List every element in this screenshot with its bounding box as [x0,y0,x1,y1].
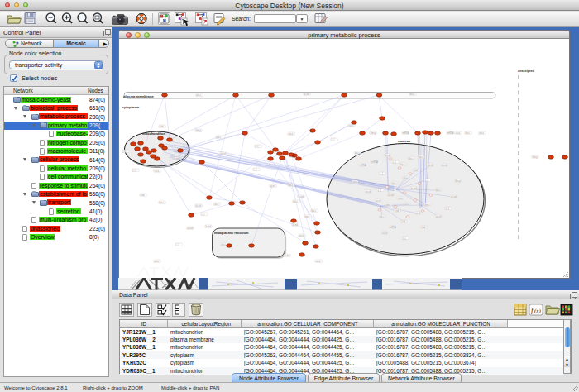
svg-text:mRNA: mRNA [390,226,396,229]
svg-text:lo-ind: lo-ind [174,157,179,160]
svg-text:lo-ind: lo-ind [411,187,417,190]
svg-text:[...]: [...] [202,213,205,216]
svg-text:[...]: [...] [254,168,257,171]
svg-text:Gm-p: Gm-p [196,129,202,132]
svg-text:t-lnd: t-lnd [401,220,406,223]
svg-text:bio-s: bio-s [380,215,385,218]
svg-text:ox-rd: ox-rd [376,199,380,203]
svg-text:mRNA: mRNA [371,160,378,164]
svg-text:nucleus: nucleus [398,139,411,143]
svg-text:Gm-p: Gm-p [385,154,390,157]
svg-text:ati-nd: ati-nd [442,164,447,167]
svg-text:[...]: [...] [256,145,259,148]
svg-text:bio-s: bio-s [294,200,299,203]
svg-text:mitochondrion: mitochondrion [142,131,166,136]
svg-text:pro-c: pro-c [197,93,203,97]
svg-text:pro-c: pro-c [222,243,227,246]
svg-text:cat-a: cat-a [456,131,461,135]
svg-text:bio-s: bio-s [436,189,441,192]
svg-text:lo-ind: lo-ind [304,93,310,96]
svg-text:pro-c: pro-c [217,136,223,139]
svg-text:plasma membrane: plasma membrane [123,94,154,98]
svg-text:cat-a: cat-a [316,260,321,263]
svg-text:bio-s: bio-s [419,155,423,159]
svg-text:[...]: [...] [378,189,381,192]
svg-text:[...]: [...] [176,243,179,246]
svg-text:t-lnd: t-lnd [141,194,146,197]
svg-text:cat-a: cat-a [404,203,409,206]
svg-text:ox-rd: ox-rd [382,232,387,235]
svg-text:cat-a: cat-a [289,132,294,136]
svg-text:cat-a: cat-a [155,170,160,173]
svg-text:pro-c: pro-c [425,203,431,207]
svg-text:cat-a: cat-a [214,203,219,206]
svg-text:[...]: [...] [123,150,127,153]
svg-text:lo-ind: lo-ind [196,204,202,208]
svg-text:bio-s: bio-s [400,163,405,166]
svg-text:cat-a: cat-a [349,124,354,127]
svg-text:mRNA: mRNA [447,131,454,135]
svg-text:ati-nd: ati-nd [221,152,227,155]
svg-text:cat-a: cat-a [403,176,408,179]
svg-text:bio-s: bio-s [289,184,294,187]
svg-text:[...]: [...] [133,169,136,172]
svg-text:pro-c: pro-c [155,260,160,263]
svg-text:Gm-p: Gm-p [455,179,461,183]
svg-text:ati-nd: ati-nd [428,164,433,167]
svg-text:mRNA: mRNA [360,164,366,167]
svg-text:[...]: [...] [446,207,449,210]
svg-text:t-lnd: t-lnd [395,209,400,213]
svg-text:lo-ind: lo-ind [299,195,304,198]
svg-text:cat-a: cat-a [352,180,357,184]
svg-text:endoplasmic reticulum: endoplasmic reticulum [214,232,249,235]
svg-text:cytoplasm: cytoplasm [122,105,140,109]
svg-text:lo-ind: lo-ind [293,223,299,227]
svg-text:bio-s: bio-s [392,182,397,185]
svg-text:ox-rd: ox-rd [415,212,420,215]
svg-text:[...]: [...] [425,179,428,182]
svg-text:[...]: [...] [332,138,335,141]
svg-text:ox-rd: ox-rd [366,190,371,194]
svg-text:lo-ind: lo-ind [206,225,212,228]
svg-text:ati-nd: ati-nd [388,194,394,197]
svg-text:ati-nd: ati-nd [299,234,305,237]
svg-text:pro-c: pro-c [480,131,486,135]
svg-text:ati-nd: ati-nd [451,195,457,198]
svg-text:pro-c: pro-c [305,215,311,218]
svg-text:ox-rd: ox-rd [436,215,441,218]
svg-text:ati-nd: ati-nd [188,227,194,230]
svg-text:pro-c: pro-c [386,203,392,207]
svg-text:bio-s: bio-s [355,151,360,155]
svg-text:bio-s: bio-s [160,201,165,204]
svg-text:(x): (x) [534,308,541,314]
svg-text:t-lnd: t-lnd [421,226,426,229]
svg-text:ati-nd: ati-nd [270,184,276,188]
svg-text:unassigned: unassigned [518,69,534,73]
svg-text:cat-a: cat-a [398,197,403,200]
svg-text:t-lnd: t-lnd [414,169,419,172]
svg-text:mRNA: mRNA [403,131,409,135]
svg-text:bio-s: bio-s [466,131,471,135]
svg-text:bio-s: bio-s [410,93,415,96]
svg-text:lo-ind: lo-ind [285,254,290,257]
svg-text:Gm-p: Gm-p [533,155,538,159]
svg-text:[...]: [...] [393,160,396,164]
svg-text:[...]: [...] [380,172,383,175]
svg-text:Gm-p: Gm-p [371,131,376,135]
svg-text:bio-s: bio-s [312,209,317,213]
svg-text:[...]: [...] [403,237,406,240]
svg-text:bio-s: bio-s [409,157,414,160]
svg-text:t-lnd: t-lnd [160,125,165,128]
